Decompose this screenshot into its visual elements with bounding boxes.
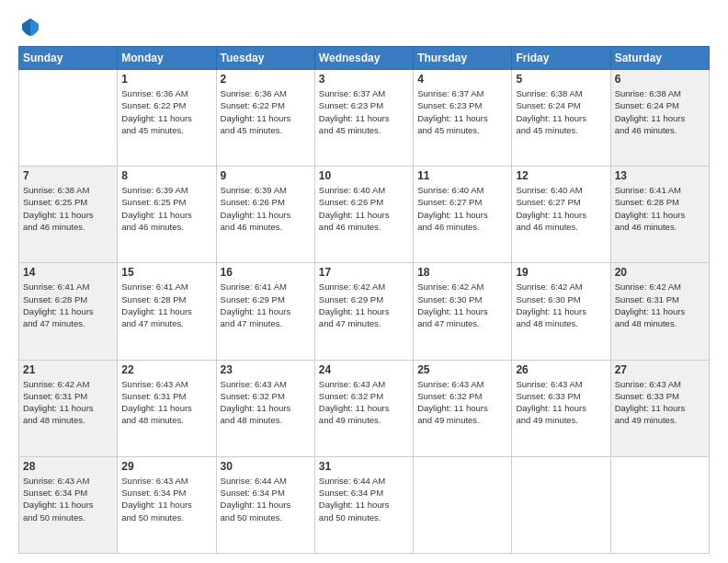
day-number: 29 — [121, 460, 211, 473]
calendar-cell: 6Sunrise: 6:38 AMSunset: 6:24 PMDaylight… — [610, 70, 709, 167]
calendar-cell: 10Sunrise: 6:40 AMSunset: 6:26 PMDayligh… — [314, 167, 413, 263]
day-info: Sunrise: 6:39 AMSunset: 6:25 PMDaylight:… — [121, 184, 211, 233]
day-info: Sunrise: 6:43 AMSunset: 6:34 PMDaylight:… — [23, 475, 113, 523]
day-info: Sunrise: 6:38 AMSunset: 6:25 PMDaylight:… — [23, 184, 113, 233]
calendar-cell — [414, 456, 512, 553]
calendar-week-5: 28Sunrise: 6:43 AMSunset: 6:34 PMDayligh… — [19, 456, 710, 553]
day-info: Sunrise: 6:40 AMSunset: 6:27 PMDaylight:… — [417, 184, 507, 233]
day-info: Sunrise: 6:43 AMSunset: 6:33 PMDaylight:… — [516, 378, 606, 427]
day-header-sunday: Sunday — [19, 47, 118, 70]
calendar-cell: 5Sunrise: 6:38 AMSunset: 6:24 PMDaylight… — [512, 70, 610, 167]
calendar-cell: 19Sunrise: 6:42 AMSunset: 6:30 PMDayligh… — [512, 263, 610, 360]
day-number: 5 — [516, 73, 606, 86]
calendar-cell: 20Sunrise: 6:42 AMSunset: 6:31 PMDayligh… — [610, 263, 709, 360]
day-info: Sunrise: 6:40 AMSunset: 6:27 PMDaylight:… — [516, 184, 606, 233]
calendar-cell: 13Sunrise: 6:41 AMSunset: 6:28 PMDayligh… — [610, 167, 709, 263]
day-number: 9 — [221, 169, 311, 182]
logo — [18, 17, 40, 37]
day-number: 30 — [221, 460, 311, 473]
day-number: 28 — [23, 460, 113, 473]
day-header-saturday: Saturday — [610, 47, 709, 70]
day-header-monday: Monday — [118, 47, 216, 70]
day-info: Sunrise: 6:41 AMSunset: 6:28 PMDaylight:… — [615, 184, 705, 233]
calendar-cell: 24Sunrise: 6:43 AMSunset: 6:32 PMDayligh… — [314, 360, 413, 456]
calendar-cell: 14Sunrise: 6:41 AMSunset: 6:28 PMDayligh… — [19, 263, 118, 360]
calendar-cell — [512, 456, 610, 553]
day-info: Sunrise: 6:38 AMSunset: 6:24 PMDaylight:… — [516, 87, 606, 136]
calendar-cell: 2Sunrise: 6:36 AMSunset: 6:22 PMDaylight… — [216, 70, 314, 167]
calendar-table: SundayMondayTuesdayWednesdayThursdayFrid… — [18, 46, 710, 554]
day-number: 16 — [221, 266, 311, 279]
calendar-cell: 16Sunrise: 6:41 AMSunset: 6:29 PMDayligh… — [216, 263, 314, 360]
day-number: 4 — [417, 73, 507, 86]
day-number: 3 — [319, 73, 409, 86]
calendar-cell: 23Sunrise: 6:43 AMSunset: 6:32 PMDayligh… — [216, 360, 314, 456]
day-info: Sunrise: 6:37 AMSunset: 6:23 PMDaylight:… — [319, 87, 409, 136]
day-number: 17 — [319, 266, 409, 279]
calendar-cell — [610, 456, 709, 553]
calendar-cell: 12Sunrise: 6:40 AMSunset: 6:27 PMDayligh… — [512, 167, 610, 263]
day-number: 31 — [319, 460, 409, 473]
calendar-cell: 26Sunrise: 6:43 AMSunset: 6:33 PMDayligh… — [512, 360, 610, 456]
day-number: 26 — [516, 363, 606, 376]
day-number: 8 — [121, 169, 211, 182]
day-header-tuesday: Tuesday — [216, 47, 314, 70]
day-info: Sunrise: 6:43 AMSunset: 6:32 PMDaylight:… — [417, 378, 507, 427]
day-number: 2 — [221, 73, 311, 86]
day-info: Sunrise: 6:42 AMSunset: 6:30 PMDaylight:… — [516, 281, 606, 329]
day-number: 22 — [121, 363, 211, 376]
day-info: Sunrise: 6:38 AMSunset: 6:24 PMDaylight:… — [615, 87, 705, 136]
calendar-week-4: 21Sunrise: 6:42 AMSunset: 6:31 PMDayligh… — [19, 360, 710, 456]
day-number: 12 — [516, 169, 606, 182]
day-number: 24 — [319, 363, 409, 376]
day-info: Sunrise: 6:41 AMSunset: 6:28 PMDaylight:… — [121, 281, 211, 329]
day-info: Sunrise: 6:43 AMSunset: 6:32 PMDaylight:… — [221, 378, 311, 427]
calendar-header-row: SundayMondayTuesdayWednesdayThursdayFrid… — [19, 47, 710, 70]
day-info: Sunrise: 6:39 AMSunset: 6:26 PMDaylight:… — [221, 184, 311, 233]
calendar-week-2: 7Sunrise: 6:38 AMSunset: 6:25 PMDaylight… — [19, 167, 710, 263]
calendar-cell: 31Sunrise: 6:44 AMSunset: 6:34 PMDayligh… — [314, 456, 413, 553]
day-number: 20 — [615, 266, 705, 279]
day-info: Sunrise: 6:36 AMSunset: 6:22 PMDaylight:… — [221, 87, 311, 136]
day-number: 27 — [615, 363, 705, 376]
day-number: 1 — [121, 73, 211, 86]
calendar-cell: 15Sunrise: 6:41 AMSunset: 6:28 PMDayligh… — [118, 263, 216, 360]
calendar-cell: 25Sunrise: 6:43 AMSunset: 6:32 PMDayligh… — [414, 360, 512, 456]
day-number: 18 — [417, 266, 507, 279]
day-number: 11 — [417, 169, 507, 182]
day-info: Sunrise: 6:42 AMSunset: 6:31 PMDaylight:… — [23, 378, 113, 427]
day-info: Sunrise: 6:41 AMSunset: 6:28 PMDaylight:… — [23, 281, 113, 329]
day-info: Sunrise: 6:42 AMSunset: 6:29 PMDaylight:… — [319, 281, 409, 329]
calendar-cell: 30Sunrise: 6:44 AMSunset: 6:34 PMDayligh… — [216, 456, 314, 553]
calendar-cell: 3Sunrise: 6:37 AMSunset: 6:23 PMDaylight… — [314, 70, 413, 167]
calendar-cell: 4Sunrise: 6:37 AMSunset: 6:23 PMDaylight… — [414, 70, 512, 167]
day-number: 7 — [23, 169, 113, 182]
day-number: 6 — [615, 73, 705, 86]
calendar-cell: 22Sunrise: 6:43 AMSunset: 6:31 PMDayligh… — [118, 360, 216, 456]
day-info: Sunrise: 6:41 AMSunset: 6:29 PMDaylight:… — [221, 281, 311, 329]
day-info: Sunrise: 6:43 AMSunset: 6:32 PMDaylight:… — [319, 378, 409, 427]
day-number: 13 — [615, 169, 705, 182]
day-number: 25 — [417, 363, 507, 376]
day-info: Sunrise: 6:42 AMSunset: 6:30 PMDaylight:… — [417, 281, 507, 329]
calendar-week-1: 1Sunrise: 6:36 AMSunset: 6:22 PMDaylight… — [19, 70, 710, 167]
day-header-friday: Friday — [512, 47, 610, 70]
day-info: Sunrise: 6:44 AMSunset: 6:34 PMDaylight:… — [319, 475, 409, 523]
day-number: 23 — [221, 363, 311, 376]
logo-icon — [20, 17, 40, 37]
calendar-week-3: 14Sunrise: 6:41 AMSunset: 6:28 PMDayligh… — [19, 263, 710, 360]
calendar-cell: 11Sunrise: 6:40 AMSunset: 6:27 PMDayligh… — [414, 167, 512, 263]
calendar-cell — [19, 70, 118, 167]
day-number: 15 — [121, 266, 211, 279]
day-header-thursday: Thursday — [414, 47, 512, 70]
calendar-cell: 27Sunrise: 6:43 AMSunset: 6:33 PMDayligh… — [610, 360, 709, 456]
day-info: Sunrise: 6:36 AMSunset: 6:22 PMDaylight:… — [121, 87, 211, 136]
calendar-cell: 29Sunrise: 6:43 AMSunset: 6:34 PMDayligh… — [118, 456, 216, 553]
day-info: Sunrise: 6:43 AMSunset: 6:31 PMDaylight:… — [121, 378, 211, 427]
day-info: Sunrise: 6:43 AMSunset: 6:34 PMDaylight:… — [121, 475, 211, 523]
day-info: Sunrise: 6:42 AMSunset: 6:31 PMDaylight:… — [615, 281, 705, 329]
page: SundayMondayTuesdayWednesdayThursdayFrid… — [0, 0, 728, 563]
header — [18, 17, 710, 37]
day-info: Sunrise: 6:37 AMSunset: 6:23 PMDaylight:… — [417, 87, 507, 136]
calendar-cell: 17Sunrise: 6:42 AMSunset: 6:29 PMDayligh… — [314, 263, 413, 360]
